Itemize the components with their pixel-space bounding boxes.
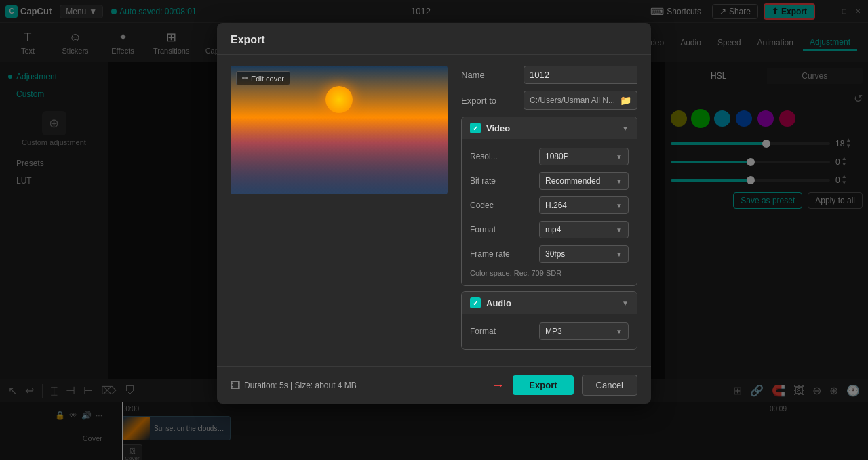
resolution-value: 1080P	[545, 152, 569, 161]
bitrate-dropdown[interactable]: Recommended ▼	[539, 172, 629, 190]
audio-section: ✓ Audio ▼ Format MP3 ▼	[461, 291, 637, 350]
film-icon: 🎞	[231, 380, 240, 391]
bitrate-value: Recommended	[545, 176, 600, 186]
preview-clouds	[231, 117, 448, 194]
audio-format-label: Format	[470, 327, 531, 336]
resolution-label: Resol...	[470, 152, 531, 161]
folder-button[interactable]: 📁	[620, 95, 631, 106]
name-input[interactable]	[524, 66, 637, 84]
export-path-text: C:/Users/Usman Ali N...	[530, 96, 615, 105]
codec-dropdown[interactable]: H.264 ▼	[539, 196, 629, 214]
codec-value: H.264	[545, 201, 567, 210]
dialog-body: ✏ Edit cover Name Export to C:/Users/Usm…	[217, 55, 651, 366]
format-label: Format	[470, 225, 531, 234]
audio-format-row: Format MP3 ▼	[470, 319, 629, 343]
name-row: Name	[461, 66, 637, 84]
resolution-row: Resol... 1080P ▼	[470, 144, 629, 169]
export-dialog: Export ✏ Edit cover Name	[217, 23, 651, 404]
resolution-chevron: ▼	[616, 153, 623, 161]
preview-sun	[326, 86, 353, 113]
duration-info: 🎞 Duration: 5s | Size: about 4 MB	[231, 380, 357, 391]
preview-thumbnail: ✏ Edit cover	[231, 66, 448, 194]
bitrate-row: Bit rate Recommended ▼	[470, 169, 629, 193]
bitrate-chevron: ▼	[616, 177, 623, 185]
export-to-label: Export to	[461, 96, 515, 106]
framerate-value: 30fps	[545, 249, 565, 259]
edit-cover-label: Edit cover	[251, 75, 284, 83]
audio-check[interactable]: ✓	[470, 297, 481, 308]
video-section: ✓ Video ▼ Resol... 1080P ▼	[461, 117, 637, 286]
color-space-text: Color space: Rec. 709 SDR	[470, 266, 629, 280]
codec-row: Codec H.264 ▼	[470, 193, 629, 217]
framerate-dropdown[interactable]: 30fps ▼	[539, 245, 629, 263]
dialog-preview: ✏ Edit cover	[231, 66, 448, 355]
framerate-chevron: ▼	[616, 251, 623, 258]
dialog-overlay: Export ✏ Edit cover Name	[0, 0, 868, 460]
cancel-button[interactable]: Cancel	[582, 375, 637, 396]
video-section-chevron: ▼	[622, 125, 629, 132]
video-section-header: ✓ Video ▼	[462, 117, 637, 139]
audio-section-header: ✓ Audio ▼	[462, 292, 637, 314]
format-value: mp4	[545, 225, 561, 234]
framerate-label: Frame rate	[470, 249, 531, 259]
export-confirm-button[interactable]: Export	[513, 375, 573, 395]
name-label: Name	[461, 70, 515, 80]
audio-section-body: Format MP3 ▼	[462, 314, 637, 349]
video-check[interactable]: ✓	[470, 123, 481, 133]
export-path-value[interactable]: C:/Users/Usman Ali N... 📁	[524, 91, 637, 110]
video-section-label: Video	[486, 123, 510, 133]
framerate-row: Frame rate 30fps ▼	[470, 242, 629, 266]
audio-format-chevron: ▼	[616, 328, 623, 335]
export-to-row: Export to C:/Users/Usman Ali N... 📁	[461, 91, 637, 110]
codec-label: Codec	[470, 201, 531, 210]
dialog-settings: Name Export to C:/Users/Usman Ali N... 📁…	[461, 66, 637, 355]
codec-chevron: ▼	[616, 202, 623, 209]
dialog-footer: 🎞 Duration: 5s | Size: about 4 MB → Expo…	[217, 366, 651, 404]
duration-text: Duration: 5s | Size: about 4 MB	[244, 381, 357, 390]
edit-cover-icon: ✏	[242, 74, 248, 83]
arrow-indicator: →	[491, 377, 505, 393]
audio-format-value: MP3	[545, 327, 562, 336]
audio-section-label: Audio	[486, 298, 511, 308]
dialog-header: Export	[217, 23, 651, 55]
resolution-dropdown[interactable]: 1080P ▼	[539, 148, 629, 165]
video-section-body: Resol... 1080P ▼ Bit rate Recommended ▼	[462, 139, 637, 285]
bitrate-label: Bit rate	[470, 176, 531, 186]
audio-section-chevron: ▼	[622, 299, 629, 307]
audio-format-dropdown[interactable]: MP3 ▼	[539, 322, 629, 340]
format-dropdown[interactable]: mp4 ▼	[539, 221, 629, 238]
format-row: Format mp4 ▼	[470, 217, 629, 242]
edit-cover-button[interactable]: ✏ Edit cover	[236, 71, 290, 85]
format-chevron: ▼	[616, 226, 623, 234]
